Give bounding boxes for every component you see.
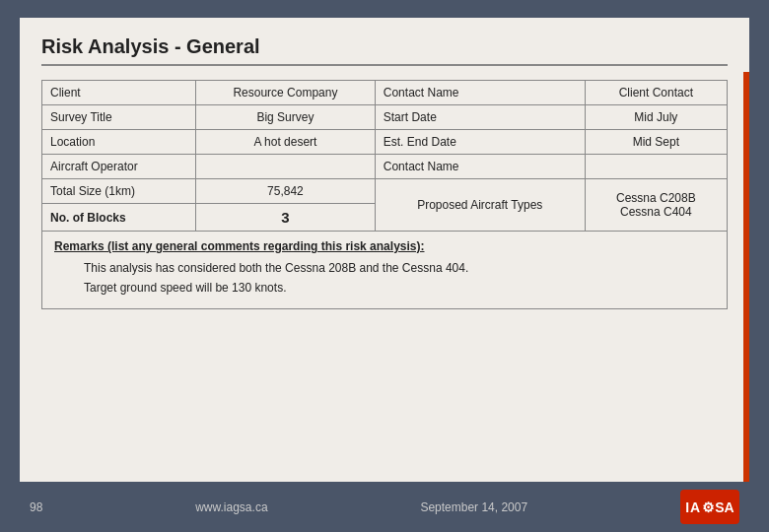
remarks-line-1: This analysis has considered both the Ce… [84, 261, 715, 275]
main-table: Client Resource Company Contact Name Cli… [41, 80, 728, 232]
remarks-section: Remarks (list any general comments regar… [41, 232, 728, 309]
cell-big-survey: Big Survey [196, 105, 376, 130]
cell-resource-company: Resource Company [196, 81, 376, 105]
cell-mid-sept: Mid Sept [585, 130, 727, 155]
remarks-line-2: Target ground speed will be 130 knots. [84, 281, 715, 295]
cell-survey-title-label: Survey Title [42, 105, 196, 130]
footer-date: September 14, 2007 [420, 500, 527, 514]
iagsa-logo: IA ⚙SA [680, 490, 739, 524]
cell-aircraft-operator-value [196, 155, 376, 179]
table-row: Aircraft Operator Contact Name [42, 155, 728, 179]
footer-page-number: 98 [30, 500, 42, 514]
cell-no-blocks-value: 3 [196, 204, 376, 232]
logo-text-2: ⚙SA [702, 499, 734, 515]
footer-url: www.iagsa.ca [195, 500, 267, 514]
cell-contact-name-label: Contact Name [375, 81, 585, 105]
table-row: Survey Title Big Survey Start Date Mid J… [42, 105, 728, 130]
table-row: Location A hot desert Est. End Date Mid … [42, 130, 728, 155]
right-bar-decoration [743, 72, 749, 482]
cell-total-size-label: Total Size (1km) [42, 179, 196, 204]
remarks-title: Remarks (list any general comments regar… [54, 239, 715, 253]
table-row: Client Resource Company Contact Name Cli… [42, 81, 728, 105]
cell-mid-july: Mid July [585, 105, 727, 130]
cell-client-label: Client [42, 81, 196, 105]
cell-client-contact: Client Contact [585, 81, 727, 105]
cell-end-date-label: Est. End Date [375, 130, 585, 155]
logo-container: IA ⚙SA [680, 490, 739, 524]
cell-total-size-value: 75,842 [196, 179, 376, 204]
cell-no-blocks-label: No. of Blocks [42, 204, 196, 232]
page-title: Risk Analysis - General [41, 35, 728, 66]
table-row-total-size: Total Size (1km) 75,842 Proposed Aircraf… [42, 179, 728, 204]
logo-text: IA [685, 499, 701, 515]
cell-proposed-aircraft-value: Cessna C208B Cessna C404 [585, 179, 727, 232]
cell-proposed-aircraft-label: Proposed Aircraft Types [375, 179, 585, 232]
cell-contact-name-2-label: Contact Name [375, 155, 585, 179]
slide-container: Risk Analysis - General Client Resource … [20, 18, 749, 482]
cell-contact-name-2-value [585, 155, 727, 179]
cell-aircraft-operator-label: Aircraft Operator [42, 155, 196, 179]
cell-start-date-label: Start Date [375, 105, 585, 130]
cell-location-label: Location [42, 130, 196, 155]
footer: 98 www.iagsa.ca September 14, 2007 IA ⚙S… [0, 482, 769, 532]
cell-hot-desert: A hot desert [196, 130, 376, 155]
